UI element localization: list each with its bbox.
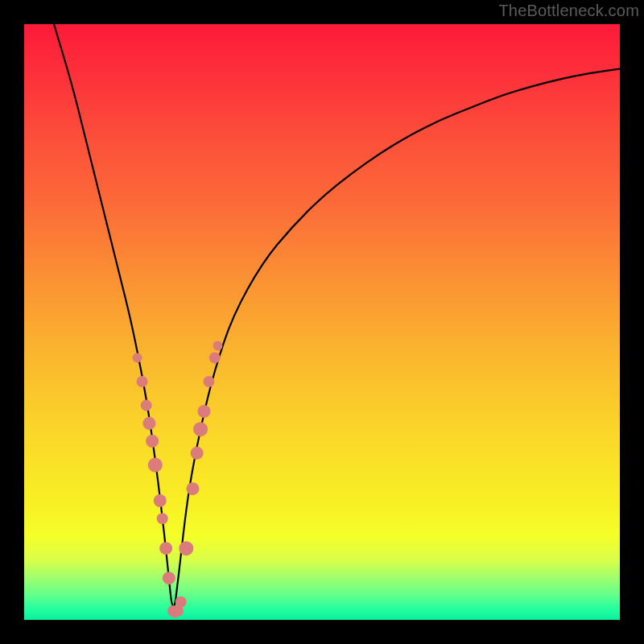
highlight-dot [186, 482, 199, 495]
highlight-dot [142, 417, 155, 430]
highlight-dot [213, 341, 223, 351]
highlight-dot [137, 376, 148, 387]
highlight-dot [203, 376, 214, 387]
highlight-dot [179, 541, 193, 555]
highlight-dot [157, 513, 168, 524]
highlight-dot [141, 400, 152, 411]
highlight-dot [209, 352, 221, 363]
highlight-dot [159, 542, 172, 555]
highlight-dot [163, 572, 175, 584]
highlight-dot [175, 597, 187, 608]
marker-group [133, 341, 223, 618]
highlight-dot [193, 422, 208, 436]
highlight-dot [133, 353, 142, 362]
highlight-dot [197, 405, 210, 418]
bottleneck-curve [54, 24, 620, 607]
curve-layer [24, 24, 620, 620]
highlight-dot [154, 494, 167, 507]
chart-frame: TheBottleneck.com [0, 0, 644, 644]
plot-area [24, 24, 620, 620]
highlight-dot [191, 447, 204, 460]
highlight-dot [148, 458, 163, 473]
highlight-dot [146, 435, 159, 448]
attribution-text: TheBottleneck.com [498, 2, 639, 20]
